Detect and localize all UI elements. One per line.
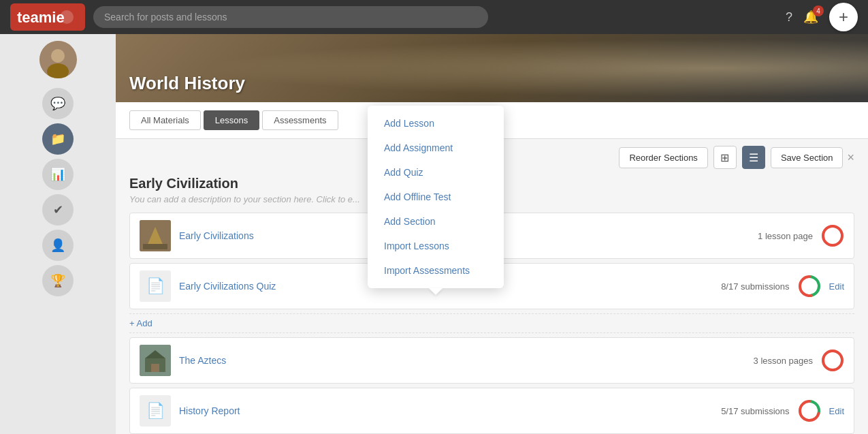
tab-all-materials[interactable]: All Materials bbox=[129, 110, 201, 130]
person-icon: 👤 bbox=[50, 238, 65, 253]
add-item-row[interactable]: + Add bbox=[129, 313, 854, 333]
list-view-button[interactable]: ☰ bbox=[742, 146, 765, 169]
logo[interactable]: teamie bbox=[10, 3, 85, 31]
svg-point-14 bbox=[805, 281, 814, 291]
sidebar-item-files[interactable]: 📁 bbox=[42, 123, 74, 155]
search-input[interactable] bbox=[93, 6, 488, 28]
progress-circle-aztecs bbox=[821, 349, 844, 372]
global-add-button[interactable]: + bbox=[829, 3, 858, 31]
main-layout: 💬 📁 📊 ✔ 👤 🏆 World History All Materials … bbox=[0, 34, 868, 434]
edit-report-button[interactable]: Edit bbox=[829, 406, 844, 416]
top-nav: teamie ? 🔔 4 + bbox=[0, 0, 868, 34]
dropdown-import-assessments[interactable]: Import Assessments bbox=[368, 258, 504, 283]
reorder-sections-button[interactable]: Reorder Sections bbox=[619, 147, 707, 168]
svg-point-21 bbox=[828, 356, 837, 365]
item-meta-early-civilizations-quiz: 8/17 submissions bbox=[721, 281, 789, 292]
list-icon: ☰ bbox=[749, 151, 758, 164]
progress-circle-report bbox=[798, 399, 821, 422]
svg-text:teamie: teamie bbox=[17, 9, 65, 26]
sidebar-item-people[interactable]: 👤 bbox=[42, 230, 74, 261]
edit-quiz-button[interactable]: Edit bbox=[829, 281, 844, 292]
svg-point-1 bbox=[60, 10, 74, 24]
dropdown-arrow bbox=[429, 288, 443, 295]
item-thumbnail-aztecs bbox=[140, 345, 171, 376]
close-save-section-button[interactable]: × bbox=[847, 151, 854, 165]
svg-point-25 bbox=[805, 406, 814, 416]
dropdown-add-quiz[interactable]: Add Quiz bbox=[368, 160, 504, 185]
item-meta-aztecs: 3 lesson pages bbox=[754, 356, 813, 366]
item-thumbnail bbox=[140, 220, 171, 251]
save-section-button[interactable]: Save Section bbox=[771, 147, 843, 168]
tab-lessons[interactable]: Lessons bbox=[204, 110, 259, 130]
help-icon: ? bbox=[786, 10, 792, 25]
table-row: 📄 History Report 5/17 submissions Edit bbox=[129, 388, 854, 434]
search-bar[interactable] bbox=[93, 6, 488, 28]
dropdown-import-lessons[interactable]: Import Lessons bbox=[368, 234, 504, 258]
doc-icon: 📄 bbox=[146, 402, 165, 420]
course-banner: World History bbox=[116, 34, 868, 102]
sidebar-item-achievements[interactable]: 🏆 bbox=[42, 265, 74, 296]
item-meta-early-civilizations: 1 lesson page bbox=[758, 231, 813, 241]
chat-icon: 💬 bbox=[50, 96, 65, 111]
dropdown-add-lesson[interactable]: Add Lesson bbox=[368, 111, 504, 136]
add-content-dropdown: Add Lesson Add Assignment Add Quiz Add O… bbox=[368, 106, 504, 288]
progress-circle-quiz bbox=[798, 275, 821, 298]
sidebar-item-tasks[interactable]: ✔ bbox=[42, 194, 74, 226]
check-icon: ✔ bbox=[53, 202, 63, 217]
sidebar-item-messages[interactable]: 💬 bbox=[42, 88, 74, 119]
dropdown-add-assignment[interactable]: Add Assignment bbox=[368, 136, 504, 160]
item-thumbnail-report: 📄 bbox=[140, 395, 171, 427]
help-button[interactable]: ? bbox=[786, 10, 792, 25]
item-thumbnail-quiz: 📄 bbox=[140, 270, 171, 302]
avatar[interactable] bbox=[39, 41, 77, 78]
tab-assessments[interactable]: Assessments bbox=[262, 110, 338, 130]
grid-view-button[interactable]: ⊞ bbox=[713, 146, 737, 169]
notifications-button[interactable]: 🔔 4 bbox=[803, 10, 818, 25]
progress-circle-early-civilizations bbox=[821, 224, 844, 247]
item-title-history-report[interactable]: History Report bbox=[179, 405, 713, 416]
item-title-aztecs[interactable]: The Aztecs bbox=[179, 355, 745, 366]
trophy-icon: 🏆 bbox=[50, 273, 65, 288]
course-title: World History bbox=[129, 73, 245, 94]
chart-icon: 📊 bbox=[50, 167, 65, 182]
item-meta-history-report: 5/17 submissions bbox=[721, 406, 789, 416]
notification-badge: 4 bbox=[813, 5, 824, 16]
sidebar: 💬 📁 📊 ✔ 👤 🏆 bbox=[0, 34, 116, 434]
table-row: The Aztecs 3 lesson pages bbox=[129, 337, 854, 384]
svg-rect-18 bbox=[151, 364, 159, 372]
quiz-doc-icon: 📄 bbox=[146, 277, 165, 295]
svg-rect-7 bbox=[143, 244, 167, 249]
grid-icon: ⊞ bbox=[720, 151, 729, 164]
content-area: World History All Materials Lessons Asse… bbox=[116, 34, 868, 434]
dropdown-add-section[interactable]: Add Section bbox=[368, 209, 504, 234]
sidebar-item-analytics[interactable]: 📊 bbox=[42, 159, 74, 190]
folder-icon: 📁 bbox=[50, 131, 65, 146]
save-section-row: Save Section × bbox=[771, 147, 854, 168]
svg-point-10 bbox=[828, 231, 837, 241]
dropdown-add-offline-test[interactable]: Add Offline Test bbox=[368, 185, 504, 209]
svg-point-3 bbox=[51, 49, 65, 63]
nav-icons: ? 🔔 4 + bbox=[786, 3, 858, 31]
